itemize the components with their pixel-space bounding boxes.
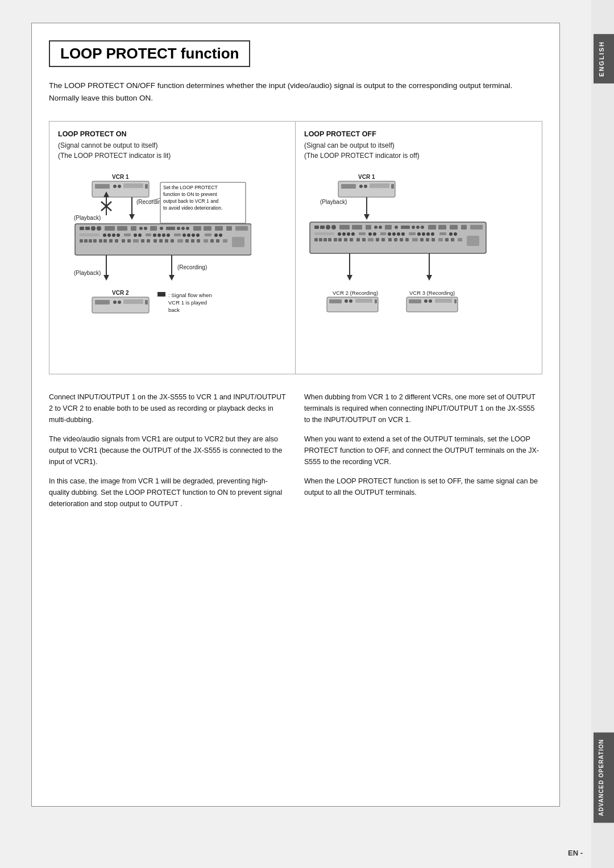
content-box: LOOP PROTECT function The LOOP PROTECT O… bbox=[31, 23, 560, 807]
svg-rect-72 bbox=[127, 239, 131, 243]
svg-point-44 bbox=[107, 233, 111, 237]
svg-text:VCR 1: VCR 1 bbox=[358, 174, 375, 180]
svg-point-57 bbox=[187, 233, 190, 237]
svg-point-141 bbox=[351, 232, 355, 236]
svg-point-139 bbox=[342, 232, 346, 236]
svg-point-138 bbox=[338, 232, 341, 236]
svg-point-30 bbox=[144, 227, 147, 230]
svg-rect-135 bbox=[461, 225, 467, 229]
svg-rect-75 bbox=[147, 239, 150, 243]
right-tabs: ENGLISH ADVANCED OPERATION bbox=[591, 0, 614, 868]
svg-point-125 bbox=[379, 226, 382, 229]
svg-marker-90 bbox=[103, 275, 109, 281]
svg-point-54 bbox=[167, 233, 170, 237]
svg-rect-178 bbox=[432, 238, 435, 241]
svg-rect-150 bbox=[409, 232, 416, 235]
svg-rect-88 bbox=[232, 237, 244, 247]
svg-rect-41 bbox=[235, 226, 248, 231]
svg-rect-167 bbox=[362, 238, 366, 241]
svg-rect-159 bbox=[319, 238, 322, 241]
svg-rect-40 bbox=[226, 226, 232, 231]
svg-marker-12 bbox=[129, 214, 135, 220]
svg-point-109 bbox=[359, 185, 363, 188]
svg-rect-177 bbox=[426, 238, 429, 241]
svg-point-130 bbox=[416, 226, 420, 229]
svg-rect-142 bbox=[359, 232, 366, 235]
svg-point-129 bbox=[412, 226, 415, 229]
svg-rect-87 bbox=[223, 239, 227, 243]
svg-point-143 bbox=[368, 232, 372, 236]
svg-rect-50 bbox=[146, 233, 151, 236]
svg-text:(Playback): (Playback) bbox=[320, 199, 347, 205]
svg-text:VCR 3 (Recording): VCR 3 (Recording) bbox=[409, 290, 455, 296]
svg-rect-169 bbox=[376, 238, 379, 241]
svg-point-144 bbox=[373, 232, 376, 236]
svg-point-4 bbox=[118, 185, 121, 188]
svg-rect-132 bbox=[428, 225, 436, 229]
svg-point-36 bbox=[186, 227, 189, 230]
svg-point-110 bbox=[364, 185, 367, 188]
svg-rect-74 bbox=[141, 239, 144, 243]
svg-text:VCR 1 is played: VCR 1 is played bbox=[168, 299, 207, 306]
svg-point-120 bbox=[331, 225, 336, 229]
svg-point-131 bbox=[421, 226, 424, 229]
svg-rect-42 bbox=[80, 233, 99, 236]
svg-rect-201 bbox=[454, 299, 457, 303]
svg-rect-193 bbox=[355, 299, 372, 303]
svg-point-153 bbox=[426, 232, 430, 236]
svg-point-152 bbox=[422, 232, 425, 236]
svg-rect-26 bbox=[105, 226, 115, 231]
svg-point-148 bbox=[397, 232, 400, 236]
svg-point-53 bbox=[162, 233, 165, 237]
footer-text: EN - bbox=[568, 849, 583, 857]
svg-text:: Signal flow when: : Signal flow when bbox=[168, 292, 212, 298]
svg-rect-200 bbox=[435, 299, 452, 303]
svg-rect-136 bbox=[470, 225, 483, 229]
svg-rect-23 bbox=[85, 227, 90, 230]
svg-text:VCR 1: VCR 1 bbox=[112, 174, 129, 180]
svg-rect-77 bbox=[159, 239, 163, 243]
svg-rect-165 bbox=[350, 238, 353, 241]
svg-rect-194 bbox=[375, 299, 377, 303]
left-col-subtitle: (Signal cannot be output to itself) (The… bbox=[58, 140, 287, 161]
svg-rect-133 bbox=[438, 225, 446, 229]
svg-rect-158 bbox=[314, 238, 318, 241]
svg-point-25 bbox=[97, 226, 101, 231]
svg-point-99 bbox=[118, 301, 121, 304]
svg-rect-66 bbox=[93, 239, 97, 243]
svg-point-198 bbox=[424, 299, 428, 303]
svg-rect-174 bbox=[405, 238, 409, 241]
svg-rect-47 bbox=[124, 233, 131, 236]
svg-rect-166 bbox=[356, 238, 360, 241]
svg-rect-173 bbox=[400, 238, 403, 241]
svg-point-34 bbox=[177, 227, 180, 230]
svg-point-192 bbox=[349, 299, 352, 303]
svg-rect-180 bbox=[445, 238, 449, 241]
svg-rect-38 bbox=[204, 226, 211, 231]
svg-rect-64 bbox=[84, 239, 88, 243]
svg-point-43 bbox=[103, 233, 106, 237]
intro-text: The LOOP PROTECT ON/OFF function determi… bbox=[49, 80, 542, 104]
svg-rect-134 bbox=[450, 225, 458, 229]
svg-rect-175 bbox=[412, 238, 418, 241]
svg-text:(Playback): (Playback) bbox=[74, 215, 101, 221]
svg-point-49 bbox=[138, 233, 142, 237]
svg-rect-170 bbox=[381, 238, 385, 241]
svg-rect-76 bbox=[154, 239, 157, 243]
svg-rect-63 bbox=[80, 239, 83, 243]
svg-rect-102 bbox=[157, 292, 165, 297]
bottom-right-text: When dubbing from VCR 1 to 2 different V… bbox=[304, 391, 542, 518]
svg-rect-197 bbox=[409, 299, 421, 303]
tab-advanced: ADVANCED OPERATION bbox=[594, 732, 614, 823]
svg-rect-183 bbox=[467, 236, 479, 246]
svg-rect-179 bbox=[438, 238, 443, 241]
svg-point-157 bbox=[454, 232, 457, 236]
svg-rect-55 bbox=[174, 233, 181, 236]
bottom-left-para1: Connect INPUT/OUTPUT 1 on the JX-S555 to… bbox=[49, 391, 287, 425]
bottom-left-para2: The video/audio signals from VCR1 are ou… bbox=[49, 433, 287, 468]
svg-rect-6 bbox=[145, 184, 148, 189]
svg-rect-122 bbox=[352, 225, 362, 229]
svg-rect-5 bbox=[123, 183, 143, 188]
svg-point-59 bbox=[196, 233, 200, 237]
svg-rect-117 bbox=[314, 226, 319, 229]
